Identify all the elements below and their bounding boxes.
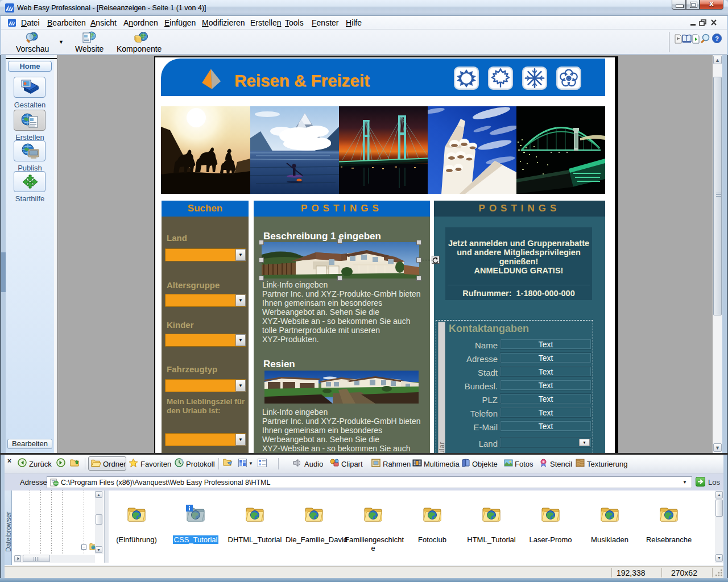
svg-text:?: ? [715, 35, 719, 42]
